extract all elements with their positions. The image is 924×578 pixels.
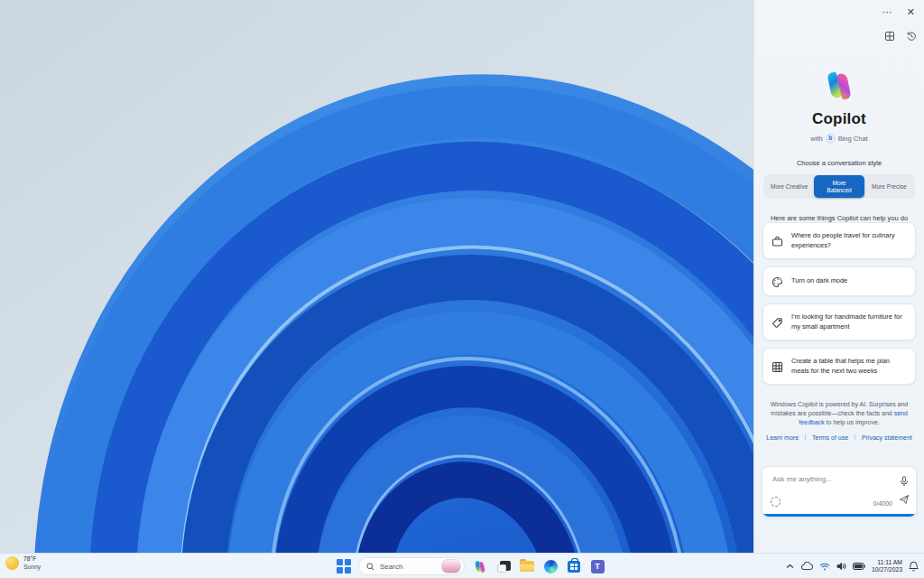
- bing-icon: b: [826, 134, 836, 144]
- search-highlight-image: [441, 559, 461, 573]
- input-accent-underline: [762, 514, 916, 517]
- notebook-grid-icon[interactable]: [884, 31, 895, 42]
- history-icon[interactable]: [906, 31, 917, 42]
- start-button[interactable]: [337, 559, 351, 573]
- conversation-style-toggle: More Creative More Balanced More Precise: [763, 174, 915, 199]
- disclaimer-text-after: to help us improve.: [827, 419, 880, 425]
- battery-icon[interactable]: [853, 563, 865, 570]
- weather-widget[interactable]: 78°F Sunny: [5, 555, 41, 571]
- system-tray: 11:11 AM 10/27/2023: [786, 554, 919, 578]
- clock-date: 10/27/2023: [872, 566, 902, 574]
- copilot-panel: ⋯ ✕ Copilot with b Bing Chat Choose a co…: [753, 0, 924, 553]
- close-icon[interactable]: ✕: [907, 7, 915, 16]
- bloom-wallpaper-art: [0, 0, 753, 553]
- search-icon: [366, 563, 374, 571]
- send-icon[interactable]: [899, 492, 910, 508]
- file-explorer-icon[interactable]: [519, 558, 535, 574]
- weather-temperature: 78°F: [23, 555, 41, 564]
- onedrive-cloud-icon[interactable]: [800, 562, 813, 571]
- chat-input-card: 0/4000: [762, 466, 917, 517]
- style-more-precise-button[interactable]: More Precise: [864, 175, 914, 198]
- suggestion-text: Create a table that helps me plan meals …: [791, 357, 907, 376]
- desktop-wallpaper: [0, 0, 753, 553]
- suggestion-card-dark-mode[interactable]: Turn on dark mode: [762, 266, 916, 296]
- suggestion-card-furniture[interactable]: I'm looking for handmade furniture for m…: [762, 303, 916, 340]
- subtitle-prefix: with: [810, 135, 822, 143]
- task-view-icon[interactable]: [495, 558, 512, 574]
- taskbar-center: Search T: [337, 554, 605, 578]
- taskbar-clock[interactable]: 11:11 AM 10/27/2023: [872, 559, 902, 574]
- context-scope-icon[interactable]: [771, 497, 781, 507]
- suggestion-card-meal-plan[interactable]: Create a table that helps me plan meals …: [762, 348, 916, 385]
- taskbar-copilot-icon[interactable]: [472, 558, 488, 574]
- microphone-icon[interactable]: [900, 474, 909, 490]
- search-placeholder: Search: [380, 563, 436, 571]
- microsoft-store-icon[interactable]: [566, 558, 582, 574]
- ai-disclaimer: Windows Copilot is powered by AI. Surpri…: [763, 400, 915, 427]
- briefcase-icon: [772, 235, 783, 247]
- suggestion-text: I'm looking for handmade furniture for m…: [791, 312, 907, 331]
- style-more-creative-button[interactable]: More Creative: [764, 175, 814, 198]
- learn-more-link[interactable]: Learn more: [760, 434, 805, 441]
- suggestion-card-travel[interactable]: Where do people travel for culinary expe…: [762, 222, 916, 259]
- suggestions-heading: Here are some things Copilot can help yo…: [771, 214, 908, 222]
- taskbar: 78°F Sunny Search: [0, 553, 924, 578]
- wifi-icon[interactable]: [819, 563, 830, 571]
- table-icon: [772, 360, 783, 372]
- bing-chat-subtitle: with b Bing Chat: [810, 134, 867, 144]
- conversation-style-heading: Choose a conversation style: [797, 159, 882, 167]
- notification-bell-icon[interactable]: [909, 561, 919, 572]
- sun-icon: [5, 556, 19, 570]
- weather-condition: Sunny: [23, 564, 41, 572]
- edge-browser-icon[interactable]: [542, 558, 559, 574]
- suggestion-text: Where do people travel for culinary expe…: [791, 231, 907, 250]
- tray-chevron-up-icon[interactable]: [786, 564, 794, 569]
- footer-links: Learn more Terms of use Privacy statemen…: [760, 434, 919, 441]
- page-title: Copilot: [812, 110, 866, 128]
- character-counter: 0/4000: [873, 500, 892, 507]
- disclaimer-text: Windows Copilot is powered by AI. Surpri…: [771, 401, 909, 416]
- more-options-icon[interactable]: ⋯: [882, 7, 892, 16]
- tag-icon: [772, 316, 783, 328]
- taskbar-search[interactable]: Search: [358, 557, 465, 575]
- suggestion-text: Turn on dark mode: [791, 276, 847, 286]
- volume-icon[interactable]: [836, 562, 846, 571]
- copilot-logo: [822, 70, 856, 101]
- style-more-balanced-button[interactable]: More Balanced: [814, 175, 864, 198]
- ask-input[interactable]: [771, 474, 892, 484]
- palette-icon: [772, 275, 783, 287]
- privacy-statement-link[interactable]: Privacy statement: [855, 434, 919, 441]
- subtitle-brand: Bing Chat: [838, 135, 868, 143]
- terms-of-use-link[interactable]: Terms of use: [805, 434, 855, 441]
- teams-icon[interactable]: T: [589, 558, 605, 574]
- clock-time: 11:11 AM: [877, 559, 902, 567]
